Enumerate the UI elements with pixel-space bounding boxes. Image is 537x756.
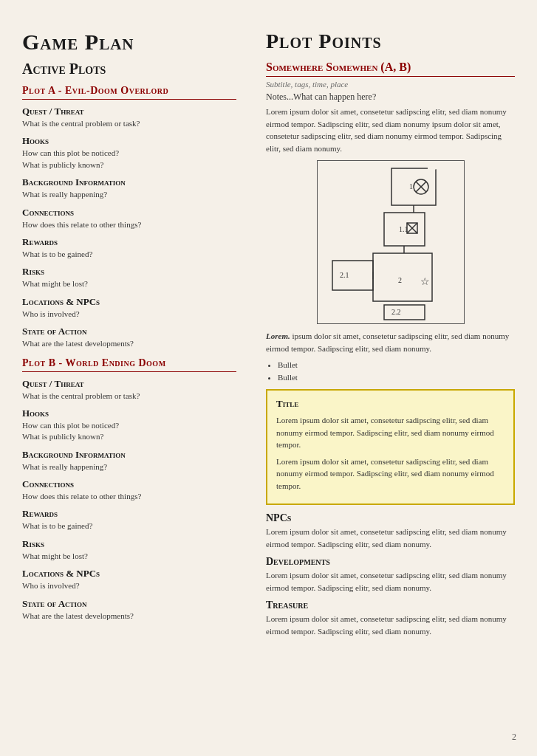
callout-para-1: Lorem ipsum dolor sit amet, consetetur s… — [276, 414, 504, 451]
page-number: 2 — [512, 732, 516, 743]
bullet-list: Bullet Bullet — [278, 359, 515, 383]
plot-b-body-6: Who is involved? — [22, 580, 236, 591]
svg-rect-3 — [332, 261, 373, 290]
plot-b-item-2: Background Information What is really ha… — [22, 449, 236, 472]
location-notes: Notes...What can happen here? — [266, 92, 515, 103]
plot-b-body-2: What is really happening? — [22, 461, 236, 472]
svg-rect-4 — [384, 305, 425, 320]
location-subtitle: Subtitle, tags, time, place — [266, 80, 515, 89]
active-plots-title: Active Plots — [22, 61, 236, 78]
plot-b-label-5: Risks — [22, 538, 236, 550]
map-caption: Lorem. ipsum dolor sit amet, consetetur … — [266, 330, 515, 354]
plot-a-body-6: Who is involved? — [22, 309, 236, 320]
plot-a-body-7: What are the latest developments? — [22, 338, 236, 349]
callout-box: Title Lorem ipsum dolor sit amet, conset… — [266, 389, 515, 505]
plot-a-header: Plot A - Evil-Doom Overlord — [22, 85, 236, 100]
left-column: Game Plan Active Plots Plot A - Evil-Doo… — [22, 30, 251, 726]
plot-b-body-5: What might be lost? — [22, 551, 236, 562]
plot-b-label-6: Locations & NPCs — [22, 568, 236, 580]
plot-b-item-5: Risks What might be lost? — [22, 538, 236, 562]
right-column: Plot Points Somewhere Somewhen (A, B) Su… — [251, 30, 515, 726]
plot-a-label-1: Hooks — [22, 135, 236, 147]
plot-a-block: Plot A - Evil-Doom Overlord Quest / Thre… — [22, 85, 236, 350]
caption-bold: Lorem. — [266, 331, 290, 340]
plot-b-label-1: Hooks — [22, 408, 236, 419]
plot-a-body-3: How does this relate to other things? — [22, 219, 236, 230]
svg-text:2.1: 2.1 — [340, 271, 349, 279]
plot-a-item-1: Hooks How can this plot be noticed?What … — [22, 135, 236, 171]
developments-body: Lorem ipsum dolor sit amet, consetetur s… — [266, 569, 515, 594]
plot-b-label-7: State of Action — [22, 598, 236, 610]
location-title: Somewhere Somewhen (A, B) — [266, 61, 515, 77]
plot-b-body-1: How can this plot be noticed?What is pub… — [22, 420, 236, 443]
plot-a-item-4: Rewards What is to be gained? — [22, 236, 236, 260]
plot-b-label-4: Rewards — [22, 508, 236, 520]
map-svg: 1 1.1 2 2.1 2.2 ☆ — [318, 161, 465, 323]
plot-b-item-4: Rewards What is to be gained? — [22, 508, 236, 532]
svg-text:1: 1 — [409, 182, 413, 190]
location-block: Somewhere Somewhen (A, B) Subtitle, tags… — [266, 61, 515, 154]
plot-points-title: Plot Points — [266, 30, 515, 53]
plot-a-label-5: Risks — [22, 266, 236, 278]
plot-b-block: Plot B - World Ending Doom Quest / Threa… — [22, 357, 236, 622]
page-main-title: Game Plan — [22, 30, 236, 55]
plot-b-item-3: Connections How does this relate to othe… — [22, 478, 236, 502]
bullet-item-0: Bullet — [278, 359, 515, 371]
callout-title: Title — [276, 398, 504, 410]
plot-a-item-6: Locations & NPCs Who is involved? — [22, 296, 236, 320]
treasure-section: Treasure Lorem ipsum dolor sit amet, con… — [266, 599, 515, 637]
plot-a-item-0: Quest / Threat What is the central probl… — [22, 106, 236, 129]
npcs-label: NPCs — [266, 512, 515, 524]
plot-b-item-6: Locations & NPCs Who is involved? — [22, 568, 236, 591]
plot-b-body-7: What are the latest developments? — [22, 611, 236, 622]
bullet-item-1: Bullet — [278, 371, 515, 384]
plot-b-label-0: Quest / Threat — [22, 378, 236, 390]
svg-text:2.2: 2.2 — [391, 308, 401, 316]
plot-a-item-5: Risks What might be lost? — [22, 266, 236, 289]
plot-a-body-4: What is to be gained? — [22, 249, 236, 260]
caption-body: ipsum dolor sit amet, consetetur sadipsc… — [266, 331, 509, 353]
plot-b-label-2: Background Information — [22, 449, 236, 461]
plot-a-item-3: Connections How does this relate to othe… — [22, 207, 236, 230]
plot-a-body-2: What is really happening? — [22, 189, 236, 200]
plot-a-body-0: What is the central problem or task? — [22, 118, 236, 129]
plot-a-body-1: How can this plot be noticed?What is pub… — [22, 148, 236, 171]
svg-text:☆: ☆ — [420, 276, 430, 287]
plot-a-item-2: Background Information What is really ha… — [22, 176, 236, 200]
plot-b-item-1: Hooks How can this plot be noticed?What … — [22, 408, 236, 443]
plot-a-label-3: Connections — [22, 207, 236, 219]
plot-b-body-0: What is the central problem or task? — [22, 391, 236, 402]
page: Game Plan Active Plots Plot A - Evil-Doo… — [0, 0, 537, 756]
plot-a-body-5: What might be lost? — [22, 278, 236, 289]
plot-a-item-7: State of Action What are the latest deve… — [22, 326, 236, 349]
treasure-body: Lorem ipsum dolor sit amet, consetetur s… — [266, 613, 515, 637]
callout-para-2: Lorem ipsum dolor sit amet, consetetur s… — [276, 456, 504, 492]
plot-a-label-4: Rewards — [22, 236, 236, 248]
svg-text:2: 2 — [398, 276, 402, 284]
location-body: Lorem ipsum dolor sit amet, consetetur s… — [266, 106, 515, 154]
plot-b-body-4: What is to be gained? — [22, 520, 236, 532]
npcs-section: NPCs Lorem ipsum dolor sit amet, consete… — [266, 512, 515, 550]
plot-b-body-3: How does this relate to other things? — [22, 491, 236, 502]
plot-a-label-2: Background Information — [22, 176, 236, 188]
developments-label: Developments — [266, 556, 515, 568]
plot-b-item-0: Quest / Threat What is the central probl… — [22, 378, 236, 402]
plot-b-label-3: Connections — [22, 478, 236, 490]
plot-a-label-7: State of Action — [22, 326, 236, 337]
npcs-body: Lorem ipsum dolor sit amet, consetetur s… — [266, 526, 515, 550]
treasure-label: Treasure — [266, 599, 515, 611]
plot-a-label-0: Quest / Threat — [22, 106, 236, 117]
plot-b-item-7: State of Action What are the latest deve… — [22, 598, 236, 622]
plot-b-header: Plot B - World Ending Doom — [22, 357, 236, 372]
map-container: 1 1.1 2 2.1 2.2 ☆ — [317, 160, 465, 324]
plot-a-label-6: Locations & NPCs — [22, 296, 236, 308]
developments-section: Developments Lorem ipsum dolor sit amet,… — [266, 556, 515, 594]
